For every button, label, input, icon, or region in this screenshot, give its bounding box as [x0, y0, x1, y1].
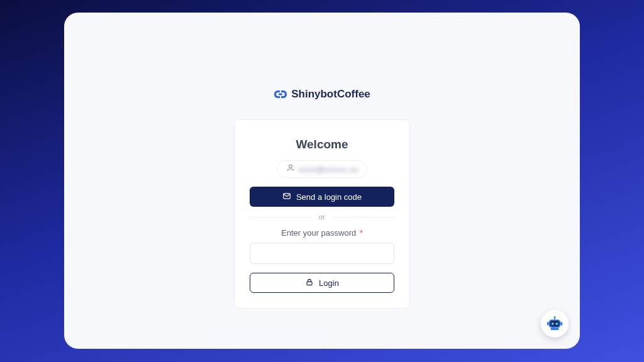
- welcome-heading: Welcome: [296, 138, 348, 151]
- send-login-code-button[interactable]: Send a login code: [250, 187, 394, 207]
- password-label: Enter your password *: [281, 228, 363, 238]
- or-divider-label: or: [313, 213, 331, 221]
- chatbot-launcher[interactable]: [541, 310, 569, 337]
- email-chip[interactable]: xxxx@xxxxx.xx: [277, 160, 368, 178]
- brand-name: ShinybotCoffee: [291, 88, 370, 101]
- or-divider: or: [250, 213, 394, 221]
- login-card: Welcome xxxx@xxxxx.xx Send a login code …: [234, 119, 410, 309]
- svg-rect-5: [554, 318, 555, 320]
- lock-icon: [305, 278, 314, 288]
- svg-rect-11: [560, 322, 562, 326]
- brand-logo: ShinybotCoffee: [274, 88, 370, 101]
- svg-point-1: [289, 165, 292, 168]
- required-marker: *: [360, 228, 363, 238]
- svg-point-8: [552, 322, 554, 325]
- email-masked: xxxx@xxxxx.xx: [299, 165, 358, 174]
- svg-rect-10: [547, 322, 549, 326]
- svg-rect-7: [550, 321, 560, 326]
- svg-point-9: [555, 322, 558, 325]
- mail-icon: [282, 192, 291, 202]
- svg-rect-3: [307, 282, 312, 285]
- login-button[interactable]: Login: [250, 273, 394, 293]
- link-loop-icon: [274, 89, 287, 99]
- user-icon: [286, 163, 295, 175]
- svg-rect-12: [550, 328, 558, 331]
- robot-icon: [545, 314, 564, 333]
- svg-rect-0: [279, 94, 282, 96]
- auth-panel: ShinybotCoffee Welcome xxxx@xxxxx.xx Sen…: [64, 13, 580, 349]
- send-login-code-label: Send a login code: [296, 192, 362, 202]
- login-button-label: Login: [319, 278, 339, 288]
- password-input[interactable]: [250, 243, 394, 264]
